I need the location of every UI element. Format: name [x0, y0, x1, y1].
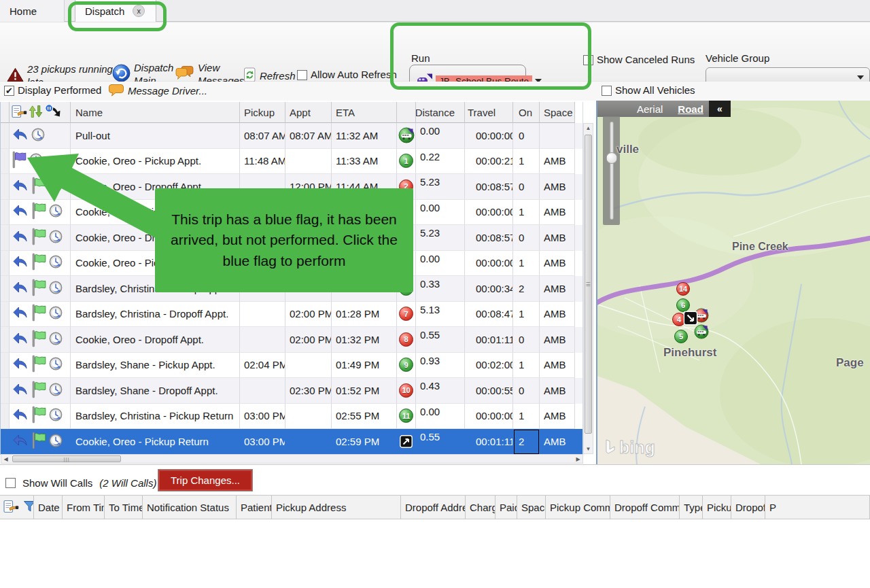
- pause-route-icon[interactable]: [44, 104, 63, 121]
- flag-green-icon[interactable]: [31, 432, 46, 451]
- column-header-name[interactable]: Name: [71, 102, 240, 123]
- undo-icon[interactable]: [12, 433, 29, 450]
- column-header-from-time[interactable]: From Time: [63, 496, 105, 519]
- row-selector[interactable]: [1, 404, 10, 430]
- flag-green-icon[interactable]: [31, 381, 46, 400]
- flag-green-icon[interactable]: [31, 304, 46, 324]
- sort-icon[interactable]: [29, 105, 43, 120]
- tab-dispatch[interactable]: Dispatch x: [75, 0, 156, 22]
- column-header-charge[interactable]: Charge: [466, 496, 495, 519]
- undo-icon[interactable]: [12, 127, 29, 144]
- row-selector[interactable]: [1, 123, 10, 149]
- undo-icon[interactable]: [12, 305, 29, 322]
- scroll-up-icon[interactable]: ▲: [584, 124, 593, 133]
- filter-icon[interactable]: [23, 500, 34, 515]
- tab-home[interactable]: Home: [0, 0, 65, 22]
- table-row[interactable]: Bardsley, Christina - Pickup Return 03:0…: [1, 404, 582, 430]
- row-selector[interactable]: [1, 149, 10, 175]
- column-header-dropoff-comment[interactable]: Dropoff Comment: [610, 496, 680, 519]
- allow-auto-refresh-checkbox[interactable]: [297, 70, 307, 80]
- column-header-paid[interactable]: Paid: [495, 496, 517, 519]
- map-stop-marker[interactable]: 5: [674, 330, 688, 343]
- undo-icon[interactable]: [12, 407, 29, 424]
- clock-icon[interactable]: [49, 204, 63, 220]
- assign-form-icon[interactable]: [12, 105, 27, 120]
- row-selector[interactable]: [1, 302, 10, 328]
- column-header-travel[interactable]: Travel: [465, 102, 513, 123]
- row-selector[interactable]: [1, 174, 10, 200]
- row-selector[interactable]: [1, 378, 10, 404]
- flag-green-icon[interactable]: [31, 330, 46, 349]
- flag-green-icon[interactable]: [31, 279, 46, 298]
- column-header-eta[interactable]: ETA: [332, 102, 397, 123]
- undo-icon[interactable]: [12, 254, 29, 271]
- clock-icon[interactable]: [49, 255, 63, 271]
- column-header-dropoff[interactable]: Dropoff: [731, 496, 765, 519]
- table-row[interactable]: Bardsley, Shane - Pickup Appt. 02:04 PM …: [1, 353, 582, 379]
- row-selector[interactable]: [1, 353, 10, 379]
- trip-changes-button[interactable]: Trip Changes...: [158, 469, 253, 491]
- map-panel[interactable]: Aerial Road « villePine CreekPinehurstPa…: [596, 101, 870, 464]
- show-all-vehicles-checkbox[interactable]: [602, 86, 612, 96]
- flag-green-icon[interactable]: [31, 355, 46, 375]
- column-header-to-time[interactable]: To Time: [105, 496, 143, 519]
- vertical-scrollbar[interactable]: ▲ ☰ ▼: [583, 123, 593, 454]
- flag-green-icon[interactable]: [31, 253, 46, 273]
- road-view-button[interactable]: Road: [678, 103, 703, 115]
- display-performed-checkbox[interactable]: ✔: [4, 86, 14, 96]
- close-tab-icon[interactable]: x: [133, 5, 145, 17]
- flag-green-icon[interactable]: [31, 202, 46, 222]
- clock-icon[interactable]: [49, 408, 63, 423]
- undo-icon[interactable]: [12, 203, 29, 220]
- column-header-on[interactable]: On: [513, 102, 540, 123]
- undo-icon[interactable]: [12, 178, 29, 195]
- column-header-dropoff-address[interactable]: Dropoff Address: [401, 496, 466, 519]
- scroll-down-icon[interactable]: ▼: [584, 445, 593, 453]
- column-header-p[interactable]: P: [765, 496, 870, 519]
- assign-form-icon[interactable]: [3, 500, 19, 515]
- clock-icon[interactable]: [49, 281, 63, 296]
- zoom-thumb[interactable]: [606, 152, 617, 164]
- horizontal-scrollbar[interactable]: ◀ ||| ▶: [1, 454, 583, 464]
- column-header-pickup-comment[interactable]: Pickup Comment: [546, 496, 610, 519]
- vertical-scrollbar-thumb[interactable]: ☰: [585, 135, 592, 434]
- clock-icon[interactable]: [49, 434, 63, 449]
- flag-green-icon[interactable]: [31, 228, 46, 247]
- clock-icon[interactable]: [49, 357, 63, 373]
- clock-icon[interactable]: [49, 230, 63, 245]
- clock-icon[interactable]: [29, 153, 43, 169]
- collapse-panel-icon[interactable]: «: [709, 101, 731, 117]
- column-header-appt[interactable]: Appt: [285, 102, 332, 123]
- table-row[interactable]: Bardsley, Shane - Dropoff Appt. 02:30 PM…: [1, 378, 582, 404]
- map-cursor-icon[interactable]: [684, 311, 698, 328]
- clock-icon[interactable]: [49, 306, 63, 322]
- column-header-notification-status[interactable]: Notification Status: [143, 496, 237, 519]
- row-selector[interactable]: [1, 251, 10, 277]
- flag-blue-icon[interactable]: [12, 151, 27, 171]
- column-header-pickup[interactable]: Pickup: [240, 102, 285, 123]
- row-selector[interactable]: [1, 327, 10, 353]
- row-selector[interactable]: [1, 200, 10, 226]
- row-selector[interactable]: [1, 276, 10, 302]
- map-zoom-slider[interactable]: [603, 116, 620, 225]
- column-header-distance[interactable]: Distance: [416, 102, 465, 123]
- column-header-pickup-address[interactable]: Pickup Address: [272, 496, 401, 519]
- flag-green-icon[interactable]: [31, 406, 46, 426]
- column-header-patient[interactable]: Patient: [237, 496, 272, 519]
- undo-icon[interactable]: [12, 382, 29, 399]
- column-header-type[interactable]: Type: [680, 496, 703, 519]
- undo-icon[interactable]: [12, 280, 29, 297]
- message-driver-button[interactable]: Message Driver...: [109, 84, 207, 99]
- column-header-space[interactable]: Space: [517, 496, 546, 519]
- undo-icon[interactable]: [12, 356, 29, 373]
- horizontal-scrollbar-thumb[interactable]: |||: [12, 455, 121, 462]
- map-stop-marker[interactable]: 14: [676, 282, 690, 296]
- table-row[interactable]: Cookie, Oreo - Pickup Return 03:00 PM 02…: [1, 429, 582, 455]
- table-row[interactable]: Cookie, Oreo - Dropoff Appt. 02:00 PM 01…: [1, 327, 582, 353]
- column-header-date[interactable]: Date: [34, 496, 63, 519]
- row-selector[interactable]: [1, 225, 10, 251]
- show-will-calls-checkbox[interactable]: [5, 478, 16, 488]
- flag-green-icon[interactable]: [31, 177, 46, 196]
- clock-icon[interactable]: [49, 332, 63, 347]
- column-header-pickup[interactable]: Pickup: [703, 496, 731, 519]
